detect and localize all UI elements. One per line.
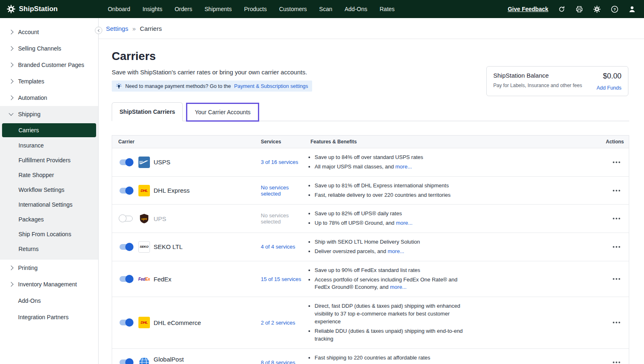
carrier-name: GlobalPostDefault [154, 356, 184, 364]
breadcrumb-settings-link[interactable]: Settings [106, 25, 128, 32]
top-navigation-bar: ShipStation Onboard Insights Orders Ship… [0, 0, 644, 18]
shipstation-logo-icon [7, 5, 16, 14]
ups-logo-icon: ups [138, 213, 150, 224]
ellipsis-menu-icon[interactable] [612, 275, 621, 283]
seko-logo-icon: SEKO [138, 241, 150, 253]
ups-enable-toggle[interactable] [120, 216, 133, 221]
sidebar-collapse-button[interactable] [95, 27, 102, 34]
sidebar-item-returns[interactable]: Returns [0, 242, 98, 256]
help-icon[interactable]: ? [610, 5, 619, 14]
carrier-row-seko-ltl: SEKO SEKO LTL 4 of 4 services Ship with … [112, 233, 629, 261]
usps-services-link[interactable]: 3 of 16 services [255, 159, 306, 165]
dhl-express-services-link[interactable]: No services selected [255, 184, 306, 197]
fedex-logo-icon: FedEx [138, 273, 150, 285]
page-title: Carriers [112, 50, 629, 63]
ellipsis-menu-icon[interactable] [612, 243, 621, 251]
sidebar-item-label: Inventory Management [18, 281, 77, 288]
settings-gear-icon[interactable] [592, 5, 601, 14]
tab-highlight-box: Your Carrier Accounts [186, 103, 259, 122]
sidebar-item-rate-shopper[interactable]: Rate Shopper [0, 168, 98, 182]
bulb-icon [116, 83, 122, 89]
ellipsis-menu-icon[interactable] [612, 359, 621, 364]
ellipsis-menu-icon[interactable] [612, 215, 621, 222]
carrier-name: SEKO LTL [154, 243, 183, 250]
nav-item-add-ons[interactable]: Add-Ons [345, 6, 367, 12]
more-link[interactable]: more... [390, 284, 407, 290]
sidebar-item-shipping[interactable]: Shipping [0, 106, 98, 122]
sidebar-item-account[interactable]: Account [0, 24, 98, 40]
seko-enable-toggle[interactable] [120, 244, 133, 250]
feature-bullet: Up to 78% off UPS® Ground, and more... [315, 219, 463, 227]
dhl-express-enable-toggle[interactable] [120, 188, 133, 194]
more-link[interactable]: more... [396, 220, 412, 226]
sidebar-item-label: Templates [18, 78, 44, 85]
ellipsis-menu-icon[interactable] [612, 319, 621, 326]
sidebar-item-automation[interactable]: Automation [0, 90, 98, 106]
sidebar-item-inventory-management[interactable]: Inventory Management [0, 276, 98, 293]
globalpost-logo-icon [138, 357, 150, 364]
sidebar-item-international-settings[interactable]: International Settings [0, 197, 98, 212]
ellipsis-menu-icon[interactable] [612, 187, 621, 194]
ellipsis-menu-icon[interactable] [612, 159, 621, 166]
dhl-ecommerce-enable-toggle[interactable] [120, 320, 133, 325]
main-content: Settings » Carriers Carriers Save with S… [99, 18, 644, 364]
more-link[interactable]: more... [396, 164, 412, 170]
feature-bullet: Ship with SEKO LTL Home Delivery Solutio… [315, 238, 463, 246]
nav-item-scan[interactable]: Scan [319, 6, 332, 12]
sidebar-item-branded-customer-pages[interactable]: Branded Customer Pages [0, 57, 98, 73]
balance-title: ShipStation Balance [493, 72, 582, 79]
sidebar-item-insurance[interactable]: Insurance [0, 138, 98, 153]
payment-methods-note: Need to manage payment methods? Go to th… [112, 81, 312, 92]
sidebar-item-label: Selling Channels [18, 45, 61, 52]
nav-item-orders[interactable]: Orders [175, 6, 192, 12]
chevron-right-icon [9, 46, 13, 51]
shipstation-logo[interactable]: ShipStation [7, 5, 58, 14]
payment-subscription-settings-link[interactable]: Payment & Subscription settings [234, 83, 308, 89]
sidebar-item-add-ons[interactable]: Add-Ons [0, 293, 98, 309]
carrier-row-ups: ups UPS No services selected Save up to … [112, 204, 629, 233]
feature-bullet: All major USPS mail classes, and more... [315, 163, 463, 171]
sidebar-item-carriers[interactable]: Carriers [2, 123, 96, 137]
user-icon[interactable] [628, 5, 637, 14]
nav-item-onboard[interactable]: Onboard [108, 6, 130, 12]
nav-item-products[interactable]: Products [244, 6, 267, 12]
balance-amount: $0.00 [597, 72, 621, 81]
feature-bullet: Deliver oversized parcels, and more... [315, 248, 463, 256]
chevron-down-icon [9, 111, 13, 115]
usps-enable-toggle[interactable] [120, 159, 133, 165]
carrier-tabs: ShipStation Carriers Your Carrier Accoun… [112, 102, 629, 121]
seko-services-link[interactable]: 4 of 4 services [255, 244, 306, 250]
carrier-row-globalpost: GlobalPostDefault 8 of 8 services Fast s… [112, 348, 629, 364]
nav-item-insights[interactable]: Insights [143, 6, 162, 12]
carrier-row-usps: USPS 3 of 16 services Save up to 84% off… [112, 148, 629, 176]
nav-item-customers[interactable]: Customers [279, 6, 307, 12]
sidebar-item-packages[interactable]: Packages [0, 212, 98, 227]
nav-item-shipments[interactable]: Shipments [205, 6, 232, 12]
carrier-name: DHL Express [154, 187, 190, 194]
print-icon[interactable] [575, 5, 584, 14]
sidebar-item-ship-from-locations[interactable]: Ship From Locations [0, 227, 98, 242]
sidebar-item-printing[interactable]: Printing [0, 260, 98, 276]
more-link[interactable]: more... [388, 248, 404, 254]
sidebar-item-workflow-settings[interactable]: Workflow Settings [0, 182, 98, 197]
sidebar-item-label: Branded Customer Pages [18, 62, 84, 68]
tab-shipstation-carriers[interactable]: ShipStation Carriers [112, 102, 183, 121]
globalpost-enable-toggle[interactable] [120, 359, 133, 364]
fedex-enable-toggle[interactable] [120, 276, 133, 282]
sidebar-item-fulfillment-providers[interactable]: Fulfillment Providers [0, 153, 98, 168]
refresh-icon[interactable] [557, 5, 566, 14]
breadcrumb-current: Carriers [140, 25, 162, 32]
sidebar-item-templates[interactable]: Templates [0, 73, 98, 90]
nav-item-rates[interactable]: Rates [380, 6, 395, 12]
feature-bullet: Save up to 81% off DHL Express internati… [315, 182, 463, 190]
globalpost-services-link[interactable]: 8 of 8 services [255, 359, 306, 364]
tab-your-carrier-accounts[interactable]: Your Carrier Accounts [187, 104, 258, 120]
dhl-ecommerce-services-link[interactable]: 2 of 2 services [255, 320, 306, 326]
add-funds-link[interactable]: Add Funds [597, 85, 621, 91]
sidebar-item-integration-partners[interactable]: Integration Partners [0, 309, 98, 325]
main-nav: Onboard Insights Orders Shipments Produc… [108, 6, 394, 12]
sidebar-item-selling-channels[interactable]: Selling Channels [0, 40, 98, 57]
give-feedback-link[interactable]: Give Feedback [508, 6, 548, 12]
chevron-right-icon [9, 282, 13, 286]
fedex-services-link[interactable]: 15 of 15 services [255, 276, 306, 282]
